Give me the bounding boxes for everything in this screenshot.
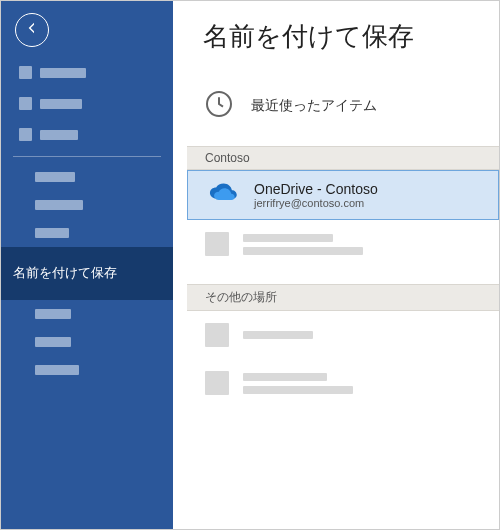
location-item[interactable] — [187, 311, 499, 359]
placeholder-icon — [205, 232, 229, 256]
placeholder-label — [35, 309, 71, 319]
sidebar-item[interactable] — [1, 163, 173, 191]
placeholder-label — [35, 228, 69, 238]
placeholder-label — [40, 99, 82, 109]
sidebar-item[interactable] — [1, 57, 173, 88]
section-header-contoso: Contoso — [187, 146, 499, 170]
sidebar-item[interactable] — [1, 88, 173, 119]
sidebar-item[interactable] — [1, 219, 173, 247]
recent-items-row[interactable]: 最近使ったアイテム — [173, 82, 499, 130]
back-button[interactable] — [15, 13, 49, 47]
placeholder-icon — [19, 66, 32, 79]
placeholder-label — [40, 68, 86, 78]
sidebar-item[interactable] — [1, 191, 173, 219]
location-title: OneDrive - Contoso — [254, 181, 378, 197]
sidebar-item-save-as[interactable]: 名前を付けて保存 — [1, 247, 173, 300]
page-title: 名前を付けて保存 — [173, 19, 499, 54]
sidebar-item[interactable] — [1, 356, 173, 384]
placeholder-text — [243, 331, 313, 339]
clock-icon — [203, 88, 235, 124]
placeholder-label — [40, 130, 78, 140]
backstage-sidebar: 名前を付けて保存 — [1, 1, 173, 530]
placeholder-icon — [205, 323, 229, 347]
placeholder-label — [35, 172, 75, 182]
placeholder-text — [243, 234, 363, 255]
back-arrow-icon — [24, 20, 40, 40]
placeholder-label — [35, 365, 79, 375]
placeholder-text — [243, 373, 353, 394]
location-item[interactable] — [187, 359, 499, 407]
placeholder-icon — [19, 128, 32, 141]
sidebar-divider — [13, 156, 161, 157]
sidebar-item[interactable] — [1, 119, 173, 150]
main-panel: 名前を付けて保存 最近使ったアイテム Contoso OneDrive - Co… — [173, 1, 499, 530]
sidebar-item-label: 名前を付けて保存 — [13, 265, 117, 282]
location-onedrive-contoso[interactable]: OneDrive - Contoso jerrifrye@contoso.com — [187, 170, 499, 220]
placeholder-label — [35, 200, 83, 210]
sidebar-item[interactable] — [1, 328, 173, 356]
location-text: OneDrive - Contoso jerrifrye@contoso.com — [254, 181, 378, 209]
placeholder-icon — [205, 371, 229, 395]
section-header-other: その他の場所 — [187, 284, 499, 311]
recent-items-label: 最近使ったアイテム — [251, 97, 377, 115]
sidebar-item[interactable] — [1, 300, 173, 328]
onedrive-icon — [206, 182, 240, 208]
placeholder-icon — [19, 97, 32, 110]
location-item[interactable] — [187, 220, 499, 268]
location-subtitle: jerrifrye@contoso.com — [254, 197, 378, 209]
placeholder-label — [35, 337, 71, 347]
